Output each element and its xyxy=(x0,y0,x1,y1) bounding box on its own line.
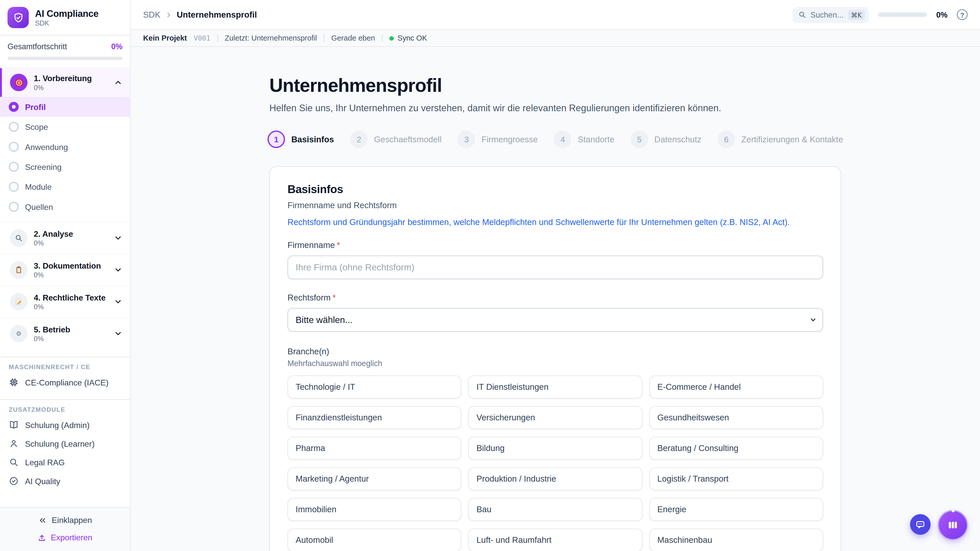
sidebar-item-label: Schulung (Admin) xyxy=(25,420,89,430)
chat-fab-button[interactable] xyxy=(910,514,931,535)
chevron-down-icon xyxy=(114,233,123,242)
step-number: 1 xyxy=(267,130,285,148)
industry-button-beratung-consulting[interactable]: Beratung / Consulting xyxy=(649,437,823,460)
app-window: AI Compliance SDK Gesamtfortschritt 0% 1… xyxy=(0,0,980,551)
required-asterisk: * xyxy=(332,293,336,303)
help-icon[interactable]: ? xyxy=(957,10,967,20)
export-button[interactable]: Exportieren xyxy=(38,533,92,542)
card-title: Basisinfos xyxy=(288,183,823,196)
sidebar-item-scope[interactable]: Scope xyxy=(0,117,130,137)
step-number: 5 xyxy=(631,130,648,148)
industry-button-marketing-agentur[interactable]: Marketing / Agentur xyxy=(288,467,462,491)
section-percent: 0% xyxy=(34,84,107,91)
sidebar-item-ce-compliance[interactable]: CE-Compliance (IACE) xyxy=(0,373,130,392)
sidebar-item-schulung-admin[interactable]: Schulung (Admin) xyxy=(0,416,130,434)
step-label: Standorte xyxy=(578,135,614,144)
step-firmengroesse[interactable]: 3 Firmengroesse xyxy=(458,130,538,148)
breadcrumb-root[interactable]: SDK xyxy=(143,10,161,19)
section-title: 3. Dokumentation xyxy=(34,261,107,271)
industry-button-it-dienstleistungen[interactable]: IT Dienstleistungen xyxy=(468,375,642,399)
industry-button-logistik-transport[interactable]: Logistik / Transport xyxy=(649,467,823,491)
step-label: Zertifizierungen & Kontakte xyxy=(741,135,843,144)
sidebar-item-label: CE-Compliance (IACE) xyxy=(25,378,108,387)
step-number: 3 xyxy=(458,130,476,148)
industry-button-energie[interactable]: Energie xyxy=(649,498,823,521)
radio-checked-icon xyxy=(9,102,19,112)
sidebar-item-profil[interactable]: Profil xyxy=(0,97,130,117)
project-status: Kein Projekt xyxy=(143,34,187,42)
search-shortcut: ⌘K xyxy=(848,10,865,20)
sidebar-item-screening[interactable]: Screening xyxy=(0,157,130,177)
section-percent: 0% xyxy=(34,335,107,342)
sync-status: Sync OK xyxy=(390,34,427,42)
target-icon xyxy=(10,74,27,91)
industry-grid: Technologie / IT IT Dienstleistungen E-C… xyxy=(288,375,823,551)
step-basisinfos[interactable]: 1 Basisinfos xyxy=(267,130,334,148)
industry-button-luft-raumfahrt[interactable]: Luft- und Raumfahrt xyxy=(468,529,642,551)
section-title: 5. Betrieb xyxy=(34,325,107,334)
sidebar-item-schulung-learner[interactable]: Schulung (Learner) xyxy=(0,434,130,453)
gear-icon xyxy=(10,325,27,342)
sidebar-item-anwendung[interactable]: Anwendung xyxy=(0,137,130,157)
step-datenschutz[interactable]: 5 Datenschutz xyxy=(631,130,701,148)
content: Unternehmensprofil Helfen Sie uns, Ihr U… xyxy=(130,47,980,551)
last-page-status: Zuletzt: Unternehmensprofil xyxy=(224,34,317,42)
step-standorte[interactable]: 4 Standorte xyxy=(554,130,614,148)
industry-button-pharma[interactable]: Pharma xyxy=(288,437,462,460)
sidebar-item-label: Schulung (Learner) xyxy=(25,439,95,448)
firmenname-input[interactable] xyxy=(288,256,823,279)
step-zertifizierungen[interactable]: 6 Zertifizierungen & Kontakte xyxy=(718,130,843,148)
sidebar-section-betrieb[interactable]: 5. Betrieb 0% xyxy=(0,318,130,349)
sidebar-item-quellen[interactable]: Quellen xyxy=(0,197,130,217)
search-button[interactable]: Suchen... ⌘K xyxy=(792,6,869,23)
radio-icon xyxy=(9,202,19,212)
sidebar-item-label: AI Quality xyxy=(25,476,60,486)
required-asterisk: * xyxy=(337,241,340,250)
industry-button-ecommerce-handel[interactable]: E-Commerce / Handel xyxy=(649,375,823,399)
sidebar-section-analyse[interactable]: 2. Analyse 0% xyxy=(0,222,130,254)
sidebar-item-label: Scope xyxy=(25,122,48,132)
board-fab-button[interactable] xyxy=(939,511,967,539)
section-percent: 0% xyxy=(34,271,107,279)
app-subtitle: SDK xyxy=(35,19,99,27)
industry-button-produktion-industrie[interactable]: Produktion / Industrie xyxy=(468,467,642,491)
overall-progress-label: Gesamtfortschritt xyxy=(7,43,67,51)
book-open-icon xyxy=(9,420,19,430)
industry-button-maschinenbau[interactable]: Maschinenbau xyxy=(649,529,823,551)
step-number: 2 xyxy=(350,130,368,148)
industry-button-technologie-it[interactable]: Technologie / IT xyxy=(288,375,462,399)
sidebar-section-vorbereitung[interactable]: 1. Vorbereitung 0% xyxy=(0,68,130,97)
collapse-sidebar-button[interactable]: Einklappen xyxy=(38,515,92,525)
step-label: Basisinfos xyxy=(291,135,334,144)
sidebar-item-legal-rag[interactable]: Legal RAG xyxy=(0,453,130,472)
topbar: SDK Unternehmensprofil Suchen... ⌘K 0% ? xyxy=(130,0,980,30)
industry-button-finanzdienstleistungen[interactable]: Finanzdienstleistungen xyxy=(288,406,462,429)
step-number: 4 xyxy=(554,130,572,148)
rechtsform-select[interactable]: Bitte wählen... xyxy=(288,308,823,332)
industry-button-immobilien[interactable]: Immobilien xyxy=(288,498,462,521)
step-geschaeftsmodell[interactable]: 2 Geschaeftsmodell xyxy=(350,130,442,148)
memo-pencil-icon xyxy=(10,293,27,311)
step-label: Firmengroesse xyxy=(482,135,538,144)
rechtsform-select-wrap: Bitte wählen... xyxy=(288,308,823,332)
industry-button-gesundheitswesen[interactable]: Gesundheitswesen xyxy=(649,406,823,429)
statusbar: Kein Projekt V001 Zuletzt: Unternehmensp… xyxy=(130,30,980,47)
user-icon xyxy=(9,438,19,448)
sidebar-item-module[interactable]: Module xyxy=(0,177,130,197)
sidebar-section-rechtliche-texte[interactable]: 4. Rechtliche Texte 0% xyxy=(0,286,130,318)
chevron-up-icon xyxy=(114,78,123,87)
sync-label: Sync OK xyxy=(398,34,427,42)
chat-bubble-icon xyxy=(915,519,926,530)
radio-icon xyxy=(9,122,19,132)
industry-button-versicherungen[interactable]: Versicherungen xyxy=(468,406,642,429)
sidebar-item-label: Module xyxy=(25,182,52,192)
topbar-progress-bar xyxy=(878,13,927,17)
sidebar-item-ai-quality[interactable]: AI Quality xyxy=(0,472,130,490)
industry-button-bau[interactable]: Bau xyxy=(468,498,642,521)
magnifier-icon xyxy=(10,229,27,247)
industry-button-automobil[interactable]: Automobil xyxy=(288,529,462,551)
industry-button-bildung[interactable]: Bildung xyxy=(468,437,642,460)
sidebar-section-dokumentation[interactable]: 3. Dokumentation 0% xyxy=(0,254,130,286)
page-subtitle: Helfen Sie uns, Ihr Unternehmen zu verst… xyxy=(269,103,842,113)
timestamp: Gerade eben xyxy=(331,34,375,42)
